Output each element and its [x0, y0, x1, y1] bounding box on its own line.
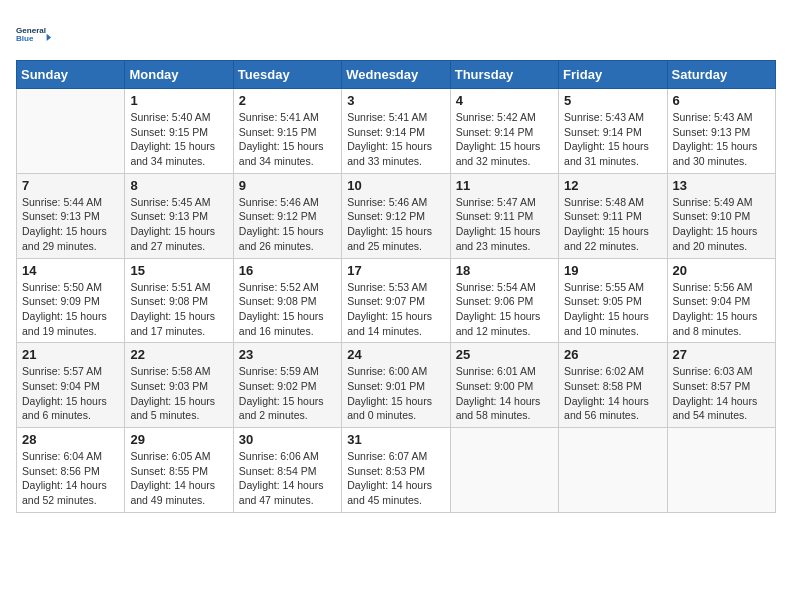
day-number: 30 — [239, 432, 336, 447]
day-number: 17 — [347, 263, 444, 278]
day-info: Sunrise: 6:04 AMSunset: 8:56 PMDaylight:… — [22, 449, 119, 508]
day-number: 28 — [22, 432, 119, 447]
day-number: 10 — [347, 178, 444, 193]
day-number: 9 — [239, 178, 336, 193]
week-row-1: 1 Sunrise: 5:40 AMSunset: 9:15 PMDayligh… — [17, 89, 776, 174]
day-number: 21 — [22, 347, 119, 362]
day-number: 24 — [347, 347, 444, 362]
day-cell: 4 Sunrise: 5:42 AMSunset: 9:14 PMDayligh… — [450, 89, 558, 174]
weekday-header-saturday: Saturday — [667, 61, 775, 89]
day-info: Sunrise: 6:01 AMSunset: 9:00 PMDaylight:… — [456, 364, 553, 423]
day-info: Sunrise: 5:48 AMSunset: 9:11 PMDaylight:… — [564, 195, 661, 254]
day-cell: 24 Sunrise: 6:00 AMSunset: 9:01 PMDaylig… — [342, 343, 450, 428]
day-cell: 31 Sunrise: 6:07 AMSunset: 8:53 PMDaylig… — [342, 428, 450, 513]
day-info: Sunrise: 5:57 AMSunset: 9:04 PMDaylight:… — [22, 364, 119, 423]
day-info: Sunrise: 5:41 AMSunset: 9:15 PMDaylight:… — [239, 110, 336, 169]
day-cell: 26 Sunrise: 6:02 AMSunset: 8:58 PMDaylig… — [559, 343, 667, 428]
day-cell: 9 Sunrise: 5:46 AMSunset: 9:12 PMDayligh… — [233, 173, 341, 258]
day-cell: 16 Sunrise: 5:52 AMSunset: 9:08 PMDaylig… — [233, 258, 341, 343]
day-number: 27 — [673, 347, 770, 362]
week-row-5: 28 Sunrise: 6:04 AMSunset: 8:56 PMDaylig… — [17, 428, 776, 513]
day-cell: 13 Sunrise: 5:49 AMSunset: 9:10 PMDaylig… — [667, 173, 775, 258]
day-cell — [559, 428, 667, 513]
day-info: Sunrise: 6:00 AMSunset: 9:01 PMDaylight:… — [347, 364, 444, 423]
day-info: Sunrise: 5:50 AMSunset: 9:09 PMDaylight:… — [22, 280, 119, 339]
weekday-header-sunday: Sunday — [17, 61, 125, 89]
day-cell: 7 Sunrise: 5:44 AMSunset: 9:13 PMDayligh… — [17, 173, 125, 258]
logo-icon: GeneralBlue — [16, 16, 52, 52]
weekday-header-thursday: Thursday — [450, 61, 558, 89]
day-info: Sunrise: 5:41 AMSunset: 9:14 PMDaylight:… — [347, 110, 444, 169]
week-row-3: 14 Sunrise: 5:50 AMSunset: 9:09 PMDaylig… — [17, 258, 776, 343]
day-number: 26 — [564, 347, 661, 362]
day-cell: 27 Sunrise: 6:03 AMSunset: 8:57 PMDaylig… — [667, 343, 775, 428]
page-header: GeneralBlue — [16, 16, 776, 52]
day-info: Sunrise: 5:40 AMSunset: 9:15 PMDaylight:… — [130, 110, 227, 169]
day-cell: 29 Sunrise: 6:05 AMSunset: 8:55 PMDaylig… — [125, 428, 233, 513]
day-info: Sunrise: 5:51 AMSunset: 9:08 PMDaylight:… — [130, 280, 227, 339]
day-cell: 19 Sunrise: 5:55 AMSunset: 9:05 PMDaylig… — [559, 258, 667, 343]
day-number: 6 — [673, 93, 770, 108]
svg-text:General: General — [16, 26, 46, 35]
day-cell: 11 Sunrise: 5:47 AMSunset: 9:11 PMDaylig… — [450, 173, 558, 258]
day-info: Sunrise: 5:44 AMSunset: 9:13 PMDaylight:… — [22, 195, 119, 254]
week-row-4: 21 Sunrise: 5:57 AMSunset: 9:04 PMDaylig… — [17, 343, 776, 428]
day-cell: 20 Sunrise: 5:56 AMSunset: 9:04 PMDaylig… — [667, 258, 775, 343]
svg-text:Blue: Blue — [16, 34, 34, 43]
day-info: Sunrise: 5:58 AMSunset: 9:03 PMDaylight:… — [130, 364, 227, 423]
day-number: 8 — [130, 178, 227, 193]
day-info: Sunrise: 6:03 AMSunset: 8:57 PMDaylight:… — [673, 364, 770, 423]
day-info: Sunrise: 5:52 AMSunset: 9:08 PMDaylight:… — [239, 280, 336, 339]
day-number: 4 — [456, 93, 553, 108]
calendar-table: SundayMondayTuesdayWednesdayThursdayFrid… — [16, 60, 776, 513]
day-cell: 10 Sunrise: 5:46 AMSunset: 9:12 PMDaylig… — [342, 173, 450, 258]
day-cell: 22 Sunrise: 5:58 AMSunset: 9:03 PMDaylig… — [125, 343, 233, 428]
weekday-header-row: SundayMondayTuesdayWednesdayThursdayFrid… — [17, 61, 776, 89]
day-number: 3 — [347, 93, 444, 108]
weekday-header-friday: Friday — [559, 61, 667, 89]
day-info: Sunrise: 5:54 AMSunset: 9:06 PMDaylight:… — [456, 280, 553, 339]
day-number: 16 — [239, 263, 336, 278]
day-number: 1 — [130, 93, 227, 108]
day-info: Sunrise: 5:43 AMSunset: 9:13 PMDaylight:… — [673, 110, 770, 169]
day-info: Sunrise: 5:56 AMSunset: 9:04 PMDaylight:… — [673, 280, 770, 339]
day-number: 19 — [564, 263, 661, 278]
weekday-header-tuesday: Tuesday — [233, 61, 341, 89]
day-cell: 1 Sunrise: 5:40 AMSunset: 9:15 PMDayligh… — [125, 89, 233, 174]
day-cell: 17 Sunrise: 5:53 AMSunset: 9:07 PMDaylig… — [342, 258, 450, 343]
day-cell: 5 Sunrise: 5:43 AMSunset: 9:14 PMDayligh… — [559, 89, 667, 174]
day-info: Sunrise: 5:47 AMSunset: 9:11 PMDaylight:… — [456, 195, 553, 254]
day-cell — [667, 428, 775, 513]
day-number: 18 — [456, 263, 553, 278]
day-number: 20 — [673, 263, 770, 278]
day-cell: 14 Sunrise: 5:50 AMSunset: 9:09 PMDaylig… — [17, 258, 125, 343]
svg-marker-2 — [47, 34, 52, 41]
day-number: 14 — [22, 263, 119, 278]
day-cell — [17, 89, 125, 174]
day-cell: 23 Sunrise: 5:59 AMSunset: 9:02 PMDaylig… — [233, 343, 341, 428]
day-info: Sunrise: 5:43 AMSunset: 9:14 PMDaylight:… — [564, 110, 661, 169]
day-number: 7 — [22, 178, 119, 193]
day-number: 2 — [239, 93, 336, 108]
weekday-header-monday: Monday — [125, 61, 233, 89]
day-cell — [450, 428, 558, 513]
day-info: Sunrise: 6:07 AMSunset: 8:53 PMDaylight:… — [347, 449, 444, 508]
day-number: 12 — [564, 178, 661, 193]
day-number: 13 — [673, 178, 770, 193]
logo: GeneralBlue — [16, 16, 52, 52]
day-number: 22 — [130, 347, 227, 362]
day-info: Sunrise: 6:06 AMSunset: 8:54 PMDaylight:… — [239, 449, 336, 508]
day-cell: 18 Sunrise: 5:54 AMSunset: 9:06 PMDaylig… — [450, 258, 558, 343]
day-info: Sunrise: 5:59 AMSunset: 9:02 PMDaylight:… — [239, 364, 336, 423]
week-row-2: 7 Sunrise: 5:44 AMSunset: 9:13 PMDayligh… — [17, 173, 776, 258]
day-info: Sunrise: 5:53 AMSunset: 9:07 PMDaylight:… — [347, 280, 444, 339]
day-number: 25 — [456, 347, 553, 362]
day-number: 5 — [564, 93, 661, 108]
day-number: 11 — [456, 178, 553, 193]
day-info: Sunrise: 6:02 AMSunset: 8:58 PMDaylight:… — [564, 364, 661, 423]
day-number: 31 — [347, 432, 444, 447]
day-cell: 2 Sunrise: 5:41 AMSunset: 9:15 PMDayligh… — [233, 89, 341, 174]
day-info: Sunrise: 5:45 AMSunset: 9:13 PMDaylight:… — [130, 195, 227, 254]
day-number: 29 — [130, 432, 227, 447]
day-cell: 25 Sunrise: 6:01 AMSunset: 9:00 PMDaylig… — [450, 343, 558, 428]
